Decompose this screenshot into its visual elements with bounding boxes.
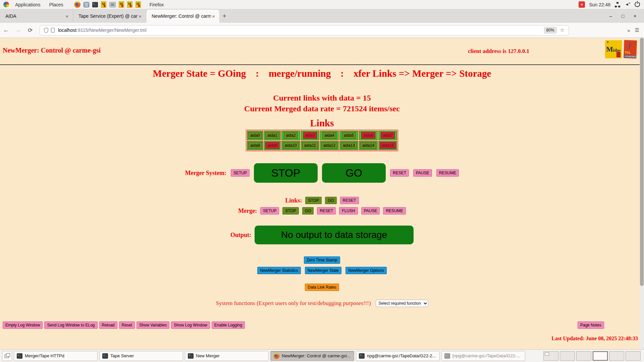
midas-icon[interactable] (127, 1, 132, 8)
merge-resume-button[interactable]: RESUME (383, 207, 406, 215)
applications-menu-icon[interactable] (3, 2, 9, 7)
link-button-aida13[interactable]: aida13 (341, 142, 357, 149)
link-button-aida0[interactable]: aida0 (248, 132, 262, 139)
url-bar[interactable]: localhost :8115/NewMerger/NewMerger.tml … (40, 25, 569, 36)
notification-icon[interactable]: » (579, 1, 585, 8)
newmerger-options-button[interactable]: NewMerger Options (345, 267, 387, 274)
show-log-window-button[interactable]: Show Log Window (171, 321, 210, 329)
tab-3[interactable]: NewMerger: Control @ carme× (146, 9, 219, 23)
link-button-aida14[interactable]: aida14 (360, 142, 376, 149)
midas-logo[interactable]: Midas (605, 40, 622, 58)
links-go-button[interactable]: GO (325, 197, 337, 204)
output-status-button[interactable]: No output to data storage (255, 226, 414, 244)
taskbar-item-4[interactable]: NewMerger: Control @ carme-gsi... (270, 351, 354, 361)
terminal-icon[interactable] (92, 2, 98, 7)
merge-setup-button[interactable]: SETUP (260, 207, 279, 215)
link-button-aida11[interactable]: aida11 (302, 142, 318, 149)
merge-reset-button[interactable]: RESET (317, 207, 336, 215)
new-tab-button[interactable]: + (219, 9, 229, 23)
link-button-aida8[interactable]: aida8 (248, 142, 262, 149)
newmerger-state-button[interactable]: NewMerger State (305, 267, 341, 274)
tab-close-icon[interactable]: × (211, 13, 216, 19)
workspace-4[interactable] (593, 351, 608, 361)
menu-icon[interactable]: ☰ (635, 27, 639, 33)
places-menu[interactable]: Places (47, 2, 66, 7)
applications-menu[interactable]: Applications (12, 2, 43, 7)
reset-button[interactable]: Reset (119, 321, 135, 329)
link-button-aida15[interactable]: aida15 (380, 142, 396, 149)
link-button-aida6[interactable]: aida6 (361, 132, 375, 139)
volume-muted-icon[interactable] (625, 2, 631, 8)
back-icon[interactable]: ← (0, 27, 12, 34)
link-button-aida10[interactable]: aida10 (283, 142, 299, 149)
merger-system-setup-button[interactable]: SETUP (231, 169, 250, 177)
merger-system-go-button[interactable]: GO (322, 163, 386, 183)
link-button-aida5[interactable]: aida5 (342, 132, 356, 139)
show-variables-button[interactable]: Show Variables (137, 321, 170, 329)
tab-close-icon[interactable]: × (138, 13, 143, 19)
workspace-5[interactable] (609, 351, 624, 361)
merger-system-pause-button[interactable]: PAUSE (413, 169, 432, 177)
page-scrollbar[interactable] (640, 38, 644, 349)
workspace-6[interactable] (626, 351, 641, 361)
link-button-aida2[interactable]: aida2 (284, 132, 298, 139)
link-button-aida7[interactable]: aida7 (381, 132, 394, 139)
midas-icon[interactable] (136, 1, 141, 8)
merge-flush-button[interactable]: FLUSH (339, 207, 358, 215)
zoom-level-badge[interactable]: 80% (544, 27, 557, 34)
midas-icon[interactable] (101, 1, 106, 8)
taskbar-item-2[interactable]: Tape Server (99, 351, 183, 361)
link-button-aida3[interactable]: aida3 (303, 132, 317, 139)
reload-button[interactable]: Reload (99, 321, 117, 329)
page-info-icon[interactable] (51, 28, 55, 33)
maximize-button[interactable]: □ (619, 13, 627, 19)
send-log-window-to-elog-button[interactable]: Send Log Window to ELog (44, 321, 97, 329)
taskbar-item-3[interactable]: New Merger (185, 351, 269, 361)
close-button[interactable]: × (631, 13, 639, 19)
overflow-icon[interactable]: » (627, 27, 630, 33)
system-function-select[interactable]: Select required function (376, 300, 428, 307)
newmerger-statistics-button[interactable]: NewMerger Statistics (257, 267, 301, 274)
merger-system-stop-button[interactable]: STOP (254, 163, 318, 183)
merger-system-resume-button[interactable]: RESUME (436, 169, 459, 177)
data-link-rates-button[interactable]: Data Link Rates (305, 284, 339, 291)
workspace-1[interactable] (543, 351, 558, 361)
taskbar-item-6[interactable]: [npg@carme-gsi:/TapeData/G22-... (441, 351, 525, 361)
tab-1[interactable]: AIDA× (0, 9, 73, 23)
window-list-button[interactable] (2, 351, 12, 361)
network-icon[interactable] (614, 2, 621, 8)
link-button-aida12[interactable]: aida12 (321, 142, 337, 149)
firefox-icon[interactable] (74, 1, 80, 8)
empty-log-window-button[interactable]: Empty Log Window (3, 321, 43, 329)
taskbar-item-5[interactable]: npg@carme-gsi:/TapeData/G22-2... (356, 351, 440, 361)
midas-icon[interactable] (119, 1, 124, 8)
links-reset-button[interactable]: RESET (340, 197, 359, 204)
link-button-aida9[interactable]: aida9 (265, 142, 279, 149)
forward-icon[interactable]: → (12, 27, 24, 34)
reload-icon[interactable]: ⟳ (24, 27, 36, 34)
tab-2[interactable]: Tape Service (Expert) @ carm× (73, 9, 146, 23)
bookmark-star-icon[interactable]: ☆ (560, 27, 565, 33)
scrollbar-thumb[interactable] (640, 38, 644, 286)
page-notes-button[interactable]: Page Notes (578, 321, 604, 329)
enable-logging-button[interactable]: Enable Logging (212, 321, 245, 329)
tab-close-icon[interactable]: × (64, 13, 69, 19)
screenshot-icon[interactable] (109, 2, 116, 7)
workspace-3[interactable] (576, 351, 591, 361)
taskbar-item-1[interactable]: Merger/Tape HTTPd (14, 351, 98, 361)
link-button-aida1[interactable]: aida1 (265, 132, 279, 139)
file-manager-icon[interactable] (84, 2, 89, 7)
merge-go-button[interactable]: GO (302, 207, 314, 215)
merge-stop-button[interactable]: STOP (282, 207, 299, 215)
merge-pause-button[interactable]: PAUSE (361, 207, 380, 215)
zero-time-stamp-button[interactable]: Zero Time Stamp (304, 256, 340, 264)
tcl-powered-logo[interactable]: ƒ TCL POWERED (624, 40, 637, 58)
merger-system-reset-button[interactable]: RESET (390, 169, 409, 177)
power-icon[interactable] (635, 2, 640, 7)
minimize-button[interactable]: – (606, 13, 615, 19)
clock[interactable]: Sun 22:48 (589, 2, 610, 7)
workspace-2[interactable] (560, 351, 575, 361)
link-button-aida4[interactable]: aida4 (322, 132, 336, 139)
links-stop-button[interactable]: STOP (305, 197, 321, 204)
shield-icon[interactable] (44, 28, 48, 33)
